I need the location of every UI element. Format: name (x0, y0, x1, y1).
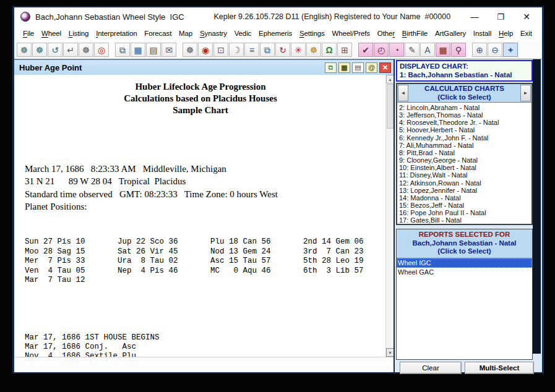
menu-settings[interactable]: Settings (298, 28, 326, 38)
report-heading: Huber Lifeclock Age ProgressionCalculati… (14, 81, 387, 116)
check-icon[interactable]: ✔ (358, 43, 373, 57)
planet-position-row: Sun 27 Pis 10 Jup 22 Sco 36 Plu 18 Can 5… (25, 237, 387, 247)
menu-forecast[interactable]: Forecast (143, 28, 173, 38)
wheel-add-icon[interactable]: ☸ (17, 43, 32, 57)
menu-help[interactable]: Help (497, 28, 514, 38)
report-heading-line: Calculations based on Placidus Houses (14, 93, 387, 104)
wheel-shaded-icon[interactable]: ☸ (79, 43, 93, 57)
menu-file[interactable]: File (22, 28, 35, 38)
grid-icon[interactable]: ▦ (436, 43, 450, 57)
reports-header-title: REPORTS SELECTED FOR (397, 231, 532, 239)
chart-list-item[interactable]: 13: Lopez,Jennifer - Natal (399, 187, 531, 194)
wheel-frame-icon[interactable]: ☸ (183, 43, 197, 57)
menu-other[interactable]: Other (376, 28, 396, 38)
scroll-up-icon[interactable]: ▲ (386, 75, 394, 83)
chart-list-item[interactable]: 10: Einstein,Albert - Natal (399, 164, 531, 171)
displayed-chart-box: DISPLAYED CHART: 1: Bach,Johann Sebastia… (396, 60, 533, 82)
report-heading-line: Huber Lifeclock Age Progression (14, 81, 387, 93)
menu-birthfile[interactable]: BirthFile (401, 28, 429, 38)
clock-icon[interactable]: ◴ (374, 43, 389, 57)
clear-button[interactable]: Clear (400, 362, 462, 374)
chart-list-item[interactable]: 7: Ali,Muhammad - Natal (399, 142, 531, 149)
chart-list-item[interactable]: 14: Madonna - Natal (399, 194, 531, 202)
calendar-icon[interactable]: ⊞ (337, 43, 352, 57)
chart-list-item[interactable]: 4: Roosevelt,Theodore Jr. - Natal (399, 119, 531, 126)
close-icon[interactable]: ✕ (379, 62, 391, 73)
menu-exit[interactable]: Exit (519, 28, 533, 38)
chart-list-item[interactable]: 16: Pope John Paul II - Natal (399, 209, 531, 216)
maximize-button[interactable]: ❐ (488, 8, 514, 25)
chart-list-item[interactable]: 17: Gates,Bill - Natal (399, 216, 531, 224)
planet-position-row: Mar 7 Tau 12 (25, 276, 387, 286)
displayed-chart-value: 1: Bach,Johann Sebastian - Natal (400, 70, 529, 79)
resize-window-icon[interactable]: ⧉ (115, 43, 130, 57)
panel-header-icons: ⧉▦▤@✕ (323, 62, 391, 73)
wheel-arrow-icon[interactable]: ☸ (32, 43, 47, 57)
event-row: Mar 17, 1686 Conj. Asc (25, 343, 387, 352)
moon-percent-icon[interactable]: ☽ (229, 43, 244, 57)
menu-wheel[interactable]: Wheel (40, 28, 62, 38)
chart-list-item[interactable]: 2: Lincoln,Abraham - Natal (399, 104, 531, 111)
reports-header: REPORTS SELECTED FOR Bach,Johann Sebasti… (397, 229, 532, 258)
menu-synastry[interactable]: Synastry (199, 28, 228, 38)
restore-icon[interactable]: ⧉ (325, 62, 337, 73)
chart-list-item[interactable]: 9: Clooney,George - Natal (399, 156, 531, 164)
wheel-target-icon[interactable]: ◎ (94, 43, 109, 57)
planet-position-row: Moo 28 Sag 15 Sat 26 Vir 45 Nod 13 Gem 2… (25, 247, 387, 257)
chart-list-item[interactable]: 3: Jefferson,Thomas - Natal (399, 111, 531, 119)
print-icon[interactable]: ▤ (352, 62, 364, 73)
age-point-events: Mar 17, 1686 1ST HOUSE BEGINSMar 17, 168… (25, 305, 387, 357)
chart-list-item[interactable]: 8: Pitt,Brad - Natal (399, 149, 531, 156)
chart-list-item[interactable]: 5: Hoover,Herbert - Natal (399, 126, 531, 134)
clock-wheel-icon[interactable]: ◔ (389, 43, 404, 57)
chart-list-item[interactable]: 15: Bezos,Jeff - Natal (399, 202, 531, 209)
scrollbar-thumb[interactable] (387, 84, 394, 129)
coin-wheel-icon[interactable]: ☸ (306, 43, 321, 57)
chart-list-item[interactable]: 6: Kennedy Jr.,John F. - Natal (399, 134, 531, 142)
at-icon[interactable]: @ (366, 62, 377, 73)
save-icon[interactable]: ▦ (131, 43, 145, 57)
minimize-button[interactable]: — (462, 8, 488, 25)
wheel-undo-icon[interactable]: ↺ (48, 43, 62, 57)
charts-scroll-right-button[interactable]: ► (520, 85, 531, 101)
menu-install[interactable]: Install (472, 28, 493, 38)
menu-wheel-prefs[interactable]: Wheel/Prefs (330, 28, 371, 38)
charts-scroll-left-button[interactable]: ◄ (398, 85, 408, 101)
calculated-charts-header: ◄ CALCULATED CHARTS (Click to Select) ► (397, 84, 531, 103)
zoom-in-icon[interactable]: ⊕ (472, 43, 487, 57)
vertical-scrollbar[interactable]: ▲ ▼ (385, 75, 394, 357)
copy-pages-icon[interactable]: ⧉ (260, 43, 275, 57)
menu-map[interactable]: Map (178, 28, 194, 38)
report-panel-header: Huber Age Point ⧉▦▤@✕ (14, 59, 394, 75)
email-icon[interactable]: ✉ (161, 43, 176, 57)
menu-listing[interactable]: Listing (67, 28, 90, 38)
edit-doc-icon[interactable]: ✎ (405, 43, 419, 57)
save-icon[interactable]: ▦ (338, 62, 350, 73)
print-icon[interactable]: ▤ (146, 43, 161, 57)
calculated-charts-title: CALCULATED CHARTS (409, 85, 520, 93)
target-frame-icon[interactable]: ◉ (198, 43, 213, 57)
sparkle-icon[interactable]: ✦ (503, 43, 518, 57)
close-button[interactable]: ✕ (514, 8, 540, 25)
menu-interpretation[interactable]: Interpretation (95, 28, 138, 38)
report-list-item[interactable]: Wheel GAC (397, 268, 532, 278)
refresh-icon[interactable]: ↻ (275, 43, 290, 57)
menu-artgallery[interactable]: ArtGallery (434, 28, 467, 38)
font-doc-icon[interactable]: A (420, 43, 435, 57)
list-icon[interactable]: ≡ (244, 43, 259, 57)
burst-icon[interactable]: ✳ (291, 43, 306, 57)
search-doc-icon[interactable]: ⚲ (451, 43, 466, 57)
menu-ephemeris[interactable]: Ephemeris (257, 28, 293, 38)
chart-list-item[interactable]: 12: Atkinson,Rowan - Natal (399, 179, 531, 187)
scroll-down-icon[interactable]: ▼ (386, 348, 394, 357)
wheel-pointer-icon[interactable]: ↵ (63, 43, 78, 57)
report-list-item[interactable]: Wheel IGC (397, 258, 532, 268)
om-icon[interactable]: Ω (322, 43, 337, 57)
zoom-out-icon[interactable]: ⊖ (488, 43, 502, 57)
chart-list-item[interactable]: 11: Disney,Walt - Natal (399, 171, 531, 179)
reports-header-chart: Bach,Johann Sebastian - Natal (397, 239, 532, 248)
screen-icon[interactable]: ⊡ (213, 43, 228, 57)
event-row: Nov 4, 1686 Sextile Plu (25, 352, 387, 357)
multi-select-button[interactable]: Multi-Select (465, 362, 534, 374)
menu-vedic[interactable]: Vedic (233, 28, 253, 38)
